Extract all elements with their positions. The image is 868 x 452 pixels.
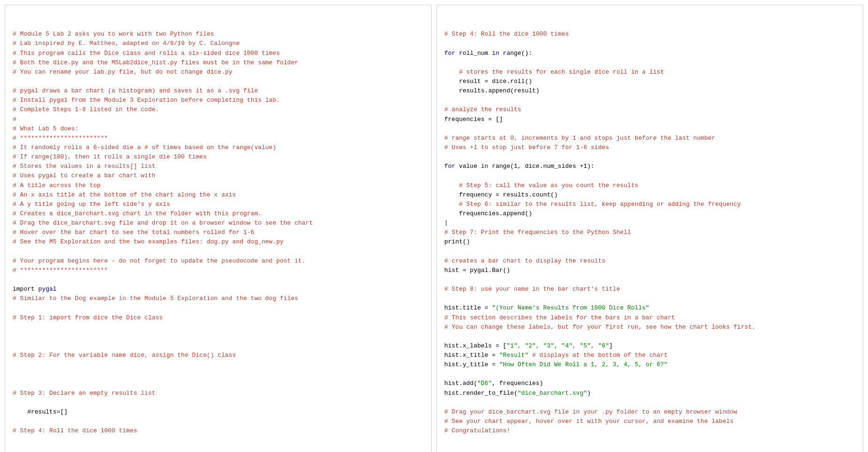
right-code-panel: # Step 4: Roll the dice 1000 times for r… — [436, 5, 863, 452]
main-container: # Module 5 Lab 2 asks you to work with t… — [0, 0, 868, 452]
right-code-block: # Step 4: Roll the dice 1000 times for r… — [444, 30, 855, 436]
left-code-block: # Module 5 Lab 2 asks you to work with t… — [13, 30, 424, 436]
left-code-panel: # Module 5 Lab 2 asks you to work with t… — [5, 5, 432, 452]
